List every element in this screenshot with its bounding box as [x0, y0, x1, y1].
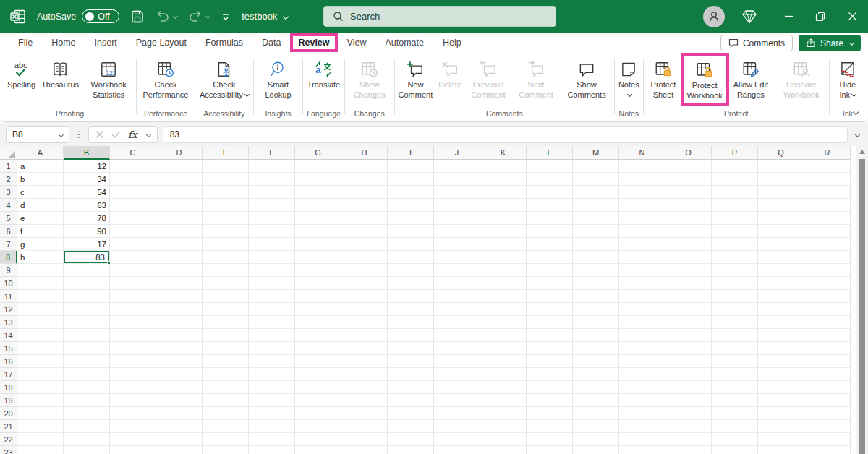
- cell-Q16[interactable]: [758, 355, 804, 368]
- cell-P18[interactable]: [712, 381, 758, 394]
- cell-M9[interactable]: [573, 264, 619, 277]
- cell-K23[interactable]: [480, 446, 527, 454]
- cell-E20[interactable]: [203, 407, 249, 420]
- cell-H18[interactable]: [341, 381, 388, 394]
- cell-O7[interactable]: [665, 238, 712, 251]
- cell-G11[interactable]: [295, 290, 341, 303]
- cell-B18[interactable]: [64, 381, 110, 394]
- cell-J17[interactable]: [434, 368, 480, 381]
- cell-H23[interactable]: [341, 446, 388, 454]
- cell-N19[interactable]: [619, 394, 665, 407]
- cell-G2[interactable]: [295, 173, 341, 186]
- cell-R4[interactable]: [804, 199, 851, 212]
- cell-D23[interactable]: [156, 446, 203, 454]
- smart-lookup-button[interactable]: Smart Lookup: [255, 56, 302, 102]
- cell-F22[interactable]: [249, 433, 295, 446]
- column-header-B[interactable]: B: [64, 146, 110, 160]
- cell-A16[interactable]: [17, 355, 64, 368]
- cell-R14[interactable]: [804, 329, 851, 342]
- cell-A17[interactable]: [17, 368, 64, 381]
- cell-L17[interactable]: [527, 368, 573, 381]
- undo-button[interactable]: [156, 10, 177, 23]
- cell-G23[interactable]: [295, 446, 341, 454]
- cell-B16[interactable]: [64, 355, 110, 368]
- cell-M4[interactable]: [573, 199, 619, 212]
- cell-I15[interactable]: [388, 342, 434, 355]
- cell-A22[interactable]: [17, 433, 64, 446]
- cell-G13[interactable]: [295, 316, 341, 329]
- cell-D17[interactable]: [156, 368, 203, 381]
- cell-F20[interactable]: [249, 407, 295, 420]
- cell-O16[interactable]: [665, 355, 712, 368]
- cell-N6[interactable]: [619, 225, 665, 238]
- cell-J13[interactable]: [434, 316, 480, 329]
- cell-K8[interactable]: [480, 251, 527, 264]
- cell-A7[interactable]: g: [17, 238, 64, 251]
- cell-K16[interactable]: [480, 355, 527, 368]
- cell-A13[interactable]: [17, 316, 64, 329]
- cell-P22[interactable]: [712, 433, 758, 446]
- cell-N4[interactable]: [619, 199, 665, 212]
- row-header-15[interactable]: 15: [0, 342, 17, 355]
- cell-R18[interactable]: [804, 381, 851, 394]
- cell-F19[interactable]: [249, 394, 295, 407]
- cell-O11[interactable]: [665, 290, 712, 303]
- cell-I2[interactable]: [388, 173, 434, 186]
- cell-P4[interactable]: [712, 199, 758, 212]
- cell-P8[interactable]: [712, 251, 758, 264]
- cell-O5[interactable]: [665, 212, 712, 225]
- cell-E8[interactable]: [203, 251, 249, 264]
- cell-N8[interactable]: [619, 251, 665, 264]
- cell-N13[interactable]: [619, 316, 665, 329]
- cell-B1[interactable]: 12: [64, 160, 110, 173]
- cell-O19[interactable]: [665, 394, 712, 407]
- cell-Q7[interactable]: [758, 238, 804, 251]
- vertical-scrollbar[interactable]: [856, 146, 868, 454]
- cell-D12[interactable]: [156, 303, 203, 316]
- cell-C20[interactable]: [110, 407, 156, 420]
- insert-function-button[interactable]: fx: [128, 129, 137, 140]
- cell-C12[interactable]: [110, 303, 156, 316]
- cell-K5[interactable]: [480, 212, 527, 225]
- cell-I8[interactable]: [388, 251, 434, 264]
- cell-B7[interactable]: 17: [64, 238, 110, 251]
- column-header-O[interactable]: O: [665, 146, 712, 160]
- cell-F12[interactable]: [249, 303, 295, 316]
- cell-L13[interactable]: [527, 316, 573, 329]
- cell-J18[interactable]: [434, 381, 480, 394]
- cell-C2[interactable]: [110, 173, 156, 186]
- cell-G18[interactable]: [295, 381, 341, 394]
- cell-O4[interactable]: [665, 199, 712, 212]
- cell-B3[interactable]: 54: [64, 186, 110, 199]
- cell-D15[interactable]: [156, 342, 203, 355]
- cell-B8[interactable]: 83: [64, 251, 110, 264]
- cell-P17[interactable]: [712, 368, 758, 381]
- cell-D9[interactable]: [156, 264, 203, 277]
- cell-M19[interactable]: [573, 394, 619, 407]
- cell-K4[interactable]: [480, 199, 527, 212]
- save-button[interactable]: [130, 9, 145, 24]
- cell-D4[interactable]: [156, 199, 203, 212]
- cell-O14[interactable]: [665, 329, 712, 342]
- cell-A12[interactable]: [17, 303, 64, 316]
- cell-N7[interactable]: [619, 238, 665, 251]
- cell-J10[interactable]: [434, 277, 480, 290]
- quick-access-toolbar-button[interactable]: [221, 12, 231, 22]
- cell-A6[interactable]: f: [17, 225, 64, 238]
- cell-B15[interactable]: [64, 342, 110, 355]
- show-changes-button[interactable]: Show Changes: [346, 56, 393, 102]
- cell-E5[interactable]: [203, 212, 249, 225]
- cell-A19[interactable]: [17, 394, 64, 407]
- cell-Q20[interactable]: [758, 407, 804, 420]
- autosave-toggle[interactable]: Off: [82, 9, 119, 23]
- cell-P7[interactable]: [712, 238, 758, 251]
- cell-N2[interactable]: [619, 173, 665, 186]
- cell-P10[interactable]: [712, 277, 758, 290]
- cell-Q1[interactable]: [758, 160, 804, 173]
- column-header-I[interactable]: I: [388, 146, 434, 160]
- cell-R12[interactable]: [804, 303, 851, 316]
- cell-R16[interactable]: [804, 355, 851, 368]
- cell-D7[interactable]: [156, 238, 203, 251]
- cell-F13[interactable]: [249, 316, 295, 329]
- cell-H19[interactable]: [341, 394, 388, 407]
